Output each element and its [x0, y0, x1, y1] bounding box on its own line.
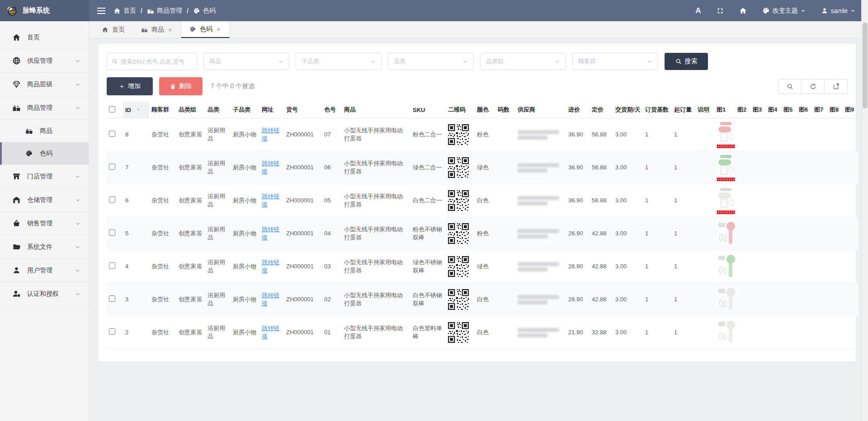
jump-link[interactable]: 跳转链接 [262, 325, 279, 340]
search-button[interactable]: 搜索 [665, 53, 708, 70]
col-customer-group: 顾客群 [149, 102, 176, 118]
user-icon [821, 7, 828, 14]
fullscreen-button[interactable] [717, 7, 724, 14]
sidebar-subitem-商品[interactable]: 商品 [0, 120, 89, 142]
cell-img7 [812, 184, 827, 217]
col-img8: 图8 [827, 102, 843, 118]
cell-qr [446, 118, 475, 151]
row-checkbox[interactable] [109, 164, 115, 170]
col-id[interactable]: ID [123, 102, 149, 118]
search-input[interactable] [121, 58, 192, 65]
chevron-down-icon [370, 59, 376, 64]
cell-category-group: 创意家居 [176, 283, 205, 316]
delete-button[interactable]: 删除 [159, 77, 203, 95]
cell-subcategory: 厨房小物 [231, 283, 259, 316]
cell-img8 [827, 217, 843, 250]
subcategory-select[interactable]: 子品类 [296, 53, 382, 70]
sidebar-item-认证和授权[interactable]: 认证和授权 [0, 282, 89, 306]
cell-img1 [714, 283, 735, 316]
breadcrumb-item[interactable]: 商品管理 [147, 7, 182, 15]
cell-img3 [750, 316, 766, 349]
sidebar-item-商品管理[interactable]: 商品管理 [0, 96, 89, 120]
row-checkbox[interactable] [109, 262, 115, 269]
row-checkbox[interactable] [109, 328, 115, 335]
cell-img7 [812, 118, 827, 151]
sidebar-item-首页[interactable]: 首页 [0, 26, 89, 49]
row-checkbox[interactable] [109, 131, 115, 137]
jump-link[interactable]: 跳转链接 [262, 226, 279, 241]
breadcrumb-item[interactable]: 色码 [193, 7, 216, 15]
tab-首页[interactable]: 首页 [94, 21, 133, 38]
qr-code [448, 157, 469, 178]
cell-purchase-price: 36.90 [566, 151, 590, 184]
row-checkbox[interactable] [109, 229, 115, 236]
table-row: 5杂货社创意家居浴厨用品厨房小物跳转链接ZH00000104小型无线手持家用电动… [107, 217, 858, 250]
jump-link[interactable]: 跳转链接 [262, 259, 279, 274]
table-actions [778, 79, 848, 94]
page-scrollbar[interactable] [861, 0, 868, 421]
cell-img6 [797, 118, 812, 151]
cell-sku: 绿色不锈钢双棒 [410, 250, 446, 283]
sidebar-item-系统文件[interactable]: 系统文件 [0, 235, 89, 259]
plus-icon [119, 84, 125, 89]
sidebar-item-用户管理[interactable]: 用户管理 [0, 259, 89, 282]
font-size-button[interactable]: A [695, 7, 701, 14]
cell-retail-price: 56.88 [590, 184, 613, 217]
jump-link[interactable]: 跳转链接 [262, 160, 279, 175]
sidebar-item-销售管理[interactable]: 销售管理 [0, 212, 89, 235]
redacted-bar [518, 196, 559, 200]
product-image [717, 253, 735, 280]
sidebar-item-label: 仓储管理 [27, 196, 52, 204]
sidebar-item-供应管理[interactable]: 供应管理 [0, 49, 89, 73]
cell-item-no: ZH000001 [284, 118, 322, 151]
cell-customer-group: 杂货社 [149, 283, 176, 316]
brand[interactable]: 脉蜂系统 [0, 0, 89, 21]
cell-order-base: 1 [643, 283, 672, 316]
supplier-redacted [518, 163, 564, 173]
supplier-redacted [518, 196, 564, 206]
chevron-down-icon [73, 58, 82, 64]
select-all-checkbox[interactable] [109, 106, 115, 112]
cell-note [695, 184, 714, 217]
qr-code [448, 190, 469, 211]
user-menu[interactable]: samle [821, 7, 855, 14]
theme-switcher[interactable]: 改变主题 [762, 7, 806, 15]
product-select[interactable]: 商品 [203, 53, 289, 70]
table-search-button[interactable] [778, 79, 802, 94]
category-select[interactable]: 品类 [388, 53, 474, 70]
cell-retail-price: 42.88 [590, 283, 613, 316]
sidebar-subitem-色码[interactable]: 色码 [0, 142, 89, 165]
scrollbar-thumb[interactable] [863, 23, 868, 108]
tab-商品[interactable]: 商品× [133, 21, 181, 38]
home-button[interactable] [739, 7, 747, 14]
hamburger-menu-icon[interactable] [97, 8, 105, 14]
cell-product: 小型无线手持家用电动打蛋器 [342, 151, 410, 184]
row-checkbox[interactable] [109, 295, 115, 302]
refresh-button[interactable] [801, 79, 825, 94]
jump-link[interactable]: 跳转链接 [262, 193, 279, 208]
cell-customer-group: 杂货社 [149, 151, 176, 184]
sidebar-item-仓储管理[interactable]: 仓储管理 [0, 188, 89, 212]
breadcrumb-item[interactable]: 首页 [113, 7, 136, 15]
sidebar-item-商品层级[interactable]: 商品层级 [0, 73, 89, 96]
add-button[interactable]: 增加 [107, 77, 153, 95]
cell-subcategory: 厨房小物 [231, 217, 259, 250]
customer-group-select[interactable]: 顾客群 [572, 53, 658, 70]
col-url: 网址 [259, 102, 284, 118]
category-group-select[interactable]: 品类组 [480, 53, 566, 70]
palette-icon [193, 7, 200, 14]
col-order-base: 订货基数 [643, 102, 672, 118]
cell-category: 浴厨用品 [205, 250, 231, 283]
sidebar-item-门店管理[interactable]: 门店管理 [0, 165, 89, 188]
tab-close-icon[interactable]: × [216, 26, 221, 33]
jump-link[interactable]: 跳转链接 [262, 292, 279, 307]
cell-img2 [735, 217, 750, 250]
cell-url: 跳转链接 [259, 217, 284, 250]
gifts-icon [24, 127, 33, 135]
tab-色码[interactable]: 色码× [181, 21, 230, 38]
color-code-table: ID顾客群品类组品类子品类网址货号色号商品SKU二维码颜色码数供应商进价定价交货… [107, 102, 858, 349]
tab-close-icon[interactable]: × [168, 26, 173, 33]
jump-link[interactable]: 跳转链接 [262, 127, 279, 142]
row-checkbox[interactable] [109, 196, 115, 203]
export-button[interactable] [824, 79, 848, 94]
